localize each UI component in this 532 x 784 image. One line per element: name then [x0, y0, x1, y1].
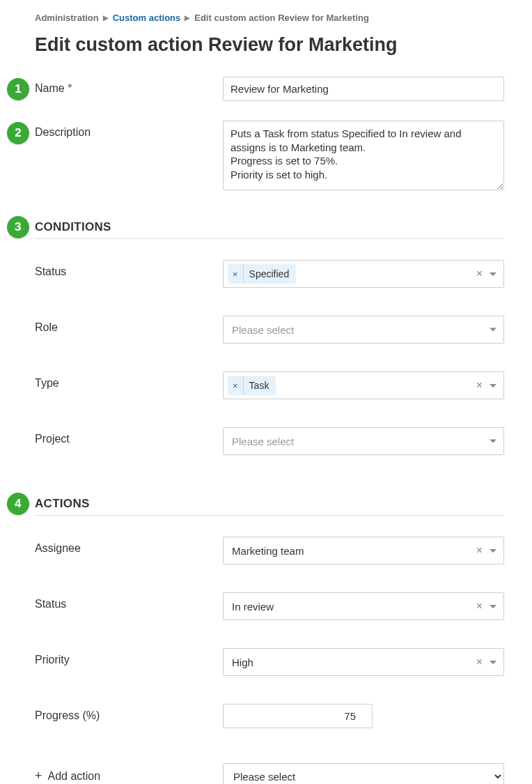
select-value: In review — [228, 601, 274, 613]
tag-label: Specified — [244, 268, 297, 279]
action-progress-label: Progress (%) — [35, 704, 223, 722]
add-action-row: + Add action Please select — [35, 763, 504, 784]
chevron-down-icon[interactable] — [490, 605, 496, 608]
chevron-right-icon: ▶ — [185, 14, 190, 22]
action-priority-row: Priority High × — [35, 648, 504, 676]
condition-role-label: Role — [35, 316, 223, 334]
name-label: Name * — [35, 77, 223, 95]
condition-status-label: Status — [35, 260, 223, 278]
clear-icon[interactable]: × — [476, 379, 483, 392]
condition-type-select[interactable]: × Task × — [223, 371, 504, 399]
remove-tag-icon[interactable]: × — [228, 264, 244, 284]
chevron-down-icon[interactable] — [490, 549, 496, 553]
action-priority-label: Priority — [35, 648, 223, 666]
chevron-right-icon: ▶ — [103, 14, 109, 22]
condition-project-row: Project Please select — [35, 427, 504, 455]
breadcrumb-custom-actions[interactable]: Custom actions — [113, 13, 181, 23]
name-input[interactable] — [223, 77, 504, 101]
action-priority-select[interactable]: High × — [223, 648, 504, 676]
name-row: 1 Name * — [35, 77, 504, 101]
condition-type-label: Type — [35, 371, 223, 390]
chevron-down-icon[interactable] — [490, 272, 496, 276]
description-input[interactable]: Puts a Task from status Specified to In … — [223, 121, 504, 190]
condition-type-tag: × Task — [228, 376, 276, 395]
page-title: Edit custom action Review for Marketing — [35, 34, 504, 56]
step-badge-4: 4 — [7, 493, 29, 515]
add-action-label: + Add action — [35, 763, 223, 783]
description-label: Description — [35, 121, 223, 139]
condition-project-label: Project — [35, 427, 223, 445]
step-badge-2: 2 — [7, 122, 29, 144]
tag-label: Task — [244, 380, 276, 391]
chevron-down-icon[interactable] — [490, 661, 496, 664]
breadcrumb-current: Edit custom action Review for Marketing — [194, 13, 369, 23]
action-status-row: Status In review × — [35, 592, 504, 620]
clear-icon[interactable]: × — [476, 656, 483, 668]
condition-type-row: Type × Task × — [35, 371, 504, 399]
conditions-header: 3 CONDITIONS — [35, 220, 504, 239]
chevron-down-icon[interactable] — [490, 440, 496, 443]
required-indicator: * — [68, 82, 72, 94]
action-status-label: Status — [35, 592, 223, 610]
condition-status-tag: × Specified — [228, 264, 296, 284]
step-badge-3: 3 — [7, 216, 29, 238]
condition-project-select[interactable]: Please select — [223, 427, 504, 455]
step-badge-1: 1 — [7, 78, 29, 100]
clear-icon[interactable]: × — [476, 268, 483, 280]
select-value: Marketing team — [228, 545, 304, 557]
condition-status-row: Status × Specified × — [35, 260, 504, 288]
condition-role-select[interactable]: Please select — [223, 316, 504, 344]
select-placeholder: Please select — [228, 324, 294, 336]
actions-header: 4 ACTIONS — [35, 497, 504, 516]
condition-role-row: Role Please select — [35, 316, 504, 344]
condition-status-select[interactable]: × Specified × — [223, 260, 504, 288]
action-progress-row: Progress (%) — [35, 704, 504, 728]
plus-icon: + — [35, 769, 42, 783]
breadcrumb: Administration ▶ Custom actions ▶ Edit c… — [35, 13, 504, 23]
chevron-down-icon[interactable] — [490, 384, 496, 387]
action-assignee-select[interactable]: Marketing team × — [223, 537, 504, 564]
clear-icon[interactable]: × — [476, 600, 483, 613]
progress-input[interactable] — [223, 704, 373, 728]
action-assignee-label: Assignee — [35, 537, 223, 555]
action-assignee-row: Assignee Marketing team × — [35, 537, 504, 564]
clear-icon[interactable]: × — [476, 544, 483, 557]
breadcrumb-administration[interactable]: Administration — [35, 13, 99, 23]
select-value: High — [228, 656, 253, 668]
add-action-select[interactable]: Please select — [223, 763, 504, 784]
description-row: 2 Description Puts a Task from status Sp… — [35, 121, 504, 192]
remove-tag-icon[interactable]: × — [228, 376, 244, 395]
action-status-select[interactable]: In review × — [223, 592, 504, 620]
chevron-down-icon[interactable] — [490, 328, 496, 332]
select-placeholder: Please select — [228, 436, 294, 447]
